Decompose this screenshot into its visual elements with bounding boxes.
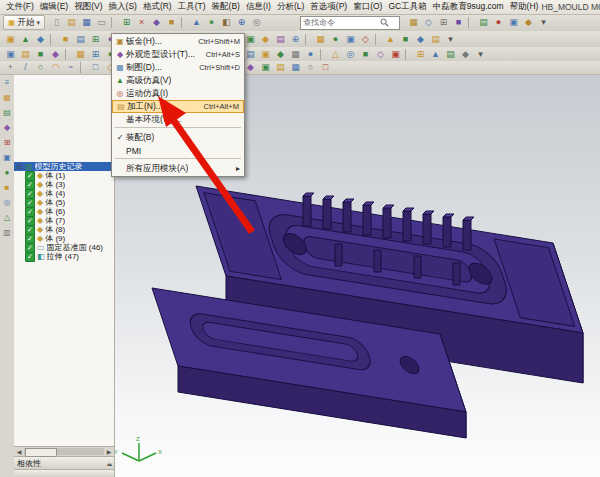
- toolbar-icon[interactable]: ●: [303, 48, 318, 60]
- menu-item[interactable]: 首选项(P): [307, 1, 350, 13]
- toolbar-icon[interactable]: △: [328, 48, 343, 60]
- toolbar-icon[interactable]: ▦: [313, 33, 328, 45]
- toolbar-icon[interactable]: ■: [164, 17, 179, 29]
- start-menu-item[interactable]: ✓ 装配(B): [112, 131, 244, 144]
- menu-item[interactable]: 窗口(O): [350, 1, 385, 13]
- toolbar-icon[interactable]: ○: [33, 62, 48, 74]
- scroll-right-icon[interactable]: ▶: [105, 448, 113, 455]
- command-search-input[interactable]: [303, 18, 379, 28]
- toolbar-icon[interactable]: ◆: [458, 48, 473, 60]
- toolbar-icon[interactable]: [375, 34, 381, 45]
- toolbar-icon[interactable]: ◆: [413, 33, 428, 45]
- toolbar-icon[interactable]: [405, 49, 411, 60]
- toolbar-icon[interactable]: ▣: [3, 48, 18, 60]
- toolbar-icon[interactable]: ▣: [3, 33, 18, 45]
- start-menu-item[interactable]: ◆ 外观造型设计(T)... Ctrl+Alt+S: [112, 48, 244, 61]
- toolbar-icon[interactable]: +: [3, 62, 18, 74]
- toolbar-icon[interactable]: ●: [491, 17, 506, 29]
- start-menu-item[interactable]: PMI: [112, 144, 244, 157]
- toolbar-icon[interactable]: ■: [58, 33, 73, 45]
- toolbar-icon[interactable]: ■: [451, 17, 466, 29]
- resource-bar-icon[interactable]: ▥: [3, 229, 11, 237]
- toolbar-icon[interactable]: ◧: [219, 17, 234, 29]
- toolbar-icon[interactable]: ▣: [258, 62, 273, 74]
- toolbar-icon[interactable]: ▣: [343, 33, 358, 45]
- start-menu-item[interactable]: 基本环境(W)...: [112, 113, 244, 126]
- toolbar-icon[interactable]: ▤: [64, 17, 79, 29]
- toolbar-icon[interactable]: ⊕: [234, 17, 249, 29]
- start-menu-item[interactable]: ▦ 制图(D)... Ctrl+Shift+D: [112, 61, 244, 74]
- toolbar-icon[interactable]: ▤: [243, 48, 258, 60]
- menu-item[interactable]: 插入(S): [106, 1, 140, 13]
- toolbar-icon[interactable]: ▲: [189, 17, 204, 29]
- collapse-chevrons-icon[interactable]: ▴▴: [107, 460, 111, 467]
- toolbar-icon[interactable]: ◇: [358, 33, 373, 45]
- menu-item[interactable]: 编辑(E): [37, 1, 71, 13]
- resource-bar-icon[interactable]: ▣: [3, 154, 11, 162]
- toolbar-icon[interactable]: ⊞: [436, 17, 451, 29]
- toolbar-icon[interactable]: ■: [358, 48, 373, 60]
- toolbar-icon[interactable]: ▭: [94, 17, 109, 29]
- toolbar-icon[interactable]: ▣: [258, 48, 273, 60]
- toolbar-icon[interactable]: ⊞: [119, 17, 134, 29]
- toolbar-icon[interactable]: ●: [328, 33, 343, 45]
- toolbar-icon[interactable]: ▤: [476, 17, 491, 29]
- resource-bar-icon[interactable]: ≡: [5, 79, 10, 87]
- toolbar-icon[interactable]: ▲: [18, 33, 33, 45]
- toolbar-icon[interactable]: [80, 62, 86, 73]
- toolbar-icon[interactable]: ◆: [521, 17, 536, 29]
- tree-row[interactable]: ✓ ◧ 拉伸 (47): [14, 252, 114, 261]
- toolbar-icon[interactable]: ▦: [288, 48, 303, 60]
- start-menu-item[interactable]: ◎ 运动仿真(I): [112, 87, 244, 100]
- toolbar-icon[interactable]: ▲: [383, 33, 398, 45]
- toolbar-icon[interactable]: ●: [204, 17, 219, 29]
- menu-item[interactable]: 帮助(H): [507, 1, 542, 13]
- toolbar-icon[interactable]: ▤: [443, 48, 458, 60]
- resource-bar-icon[interactable]: ▤: [3, 109, 11, 117]
- resource-bar-icon[interactable]: ◎: [4, 199, 11, 207]
- start-menu-item[interactable]: 所有应用模块(A) ▸: [112, 162, 244, 175]
- toolbar-icon[interactable]: ▤: [73, 33, 88, 45]
- toolbar-icon[interactable]: /: [18, 62, 33, 74]
- start-menu-button[interactable]: ▣ 开始 ▾: [3, 15, 45, 30]
- checkbox[interactable]: ✓: [25, 252, 35, 262]
- toolbar-icon[interactable]: ~: [63, 62, 78, 74]
- toolbar-icon[interactable]: ◆: [48, 48, 63, 60]
- toolbar-icon[interactable]: ⊞: [88, 48, 103, 60]
- toolbar-icon[interactable]: [65, 49, 71, 60]
- toolbar-icon[interactable]: ◇: [421, 17, 436, 29]
- resource-bar-icon[interactable]: △: [4, 214, 10, 222]
- toolbar-icon[interactable]: ▾: [473, 48, 488, 60]
- start-menu-item[interactable]: ▲ 高级仿真(V): [112, 74, 244, 87]
- start-menu-item[interactable]: ▣ 钣金(H)... Ctrl+Shift+M: [112, 35, 244, 48]
- toolbar-icon[interactable]: ▯: [49, 17, 64, 29]
- toolbar-icon[interactable]: [111, 17, 117, 28]
- toolbar-icon[interactable]: ▦: [288, 62, 303, 74]
- scrollbar-thumb[interactable]: [25, 448, 57, 457]
- resource-bar-icon[interactable]: ■: [5, 184, 10, 192]
- menu-item[interactable]: 文件(F): [3, 1, 37, 13]
- menu-item[interactable]: 分析(L): [274, 1, 307, 13]
- resource-bar-icon[interactable]: ◆: [4, 124, 10, 132]
- toolbar-icon[interactable]: [50, 34, 56, 45]
- toolbar-icon[interactable]: ▦: [406, 17, 421, 29]
- toolbar-icon[interactable]: [468, 17, 474, 28]
- expander-icon[interactable]: ⊟: [16, 163, 23, 171]
- toolbar-icon[interactable]: ⊕: [288, 33, 303, 45]
- toolbar-icon[interactable]: ◎: [343, 48, 358, 60]
- toolbar-icon[interactable]: ◠: [48, 62, 63, 74]
- menu-item[interactable]: 信息(I): [243, 1, 274, 13]
- dependencies-panel-header[interactable]: 相依性 ▴▴: [14, 456, 114, 469]
- menu-item[interactable]: 格式(R): [140, 1, 175, 13]
- toolbar-icon[interactable]: ▲: [428, 48, 443, 60]
- resource-bar-icon[interactable]: ▦: [3, 94, 11, 102]
- toolbar-icon[interactable]: ▾: [536, 17, 551, 29]
- toolbar-icon[interactable]: [305, 34, 311, 45]
- toolbar-icon[interactable]: □: [318, 62, 333, 74]
- toolbar-icon[interactable]: ▣: [388, 48, 403, 60]
- resource-bar-icon[interactable]: ⊞: [4, 139, 11, 147]
- menu-item[interactable]: 工具(T): [175, 1, 209, 13]
- menu-item[interactable]: 装配(B): [209, 1, 243, 13]
- toolbar-icon[interactable]: ⊞: [413, 48, 428, 60]
- scrollbar-track[interactable]: [24, 448, 104, 455]
